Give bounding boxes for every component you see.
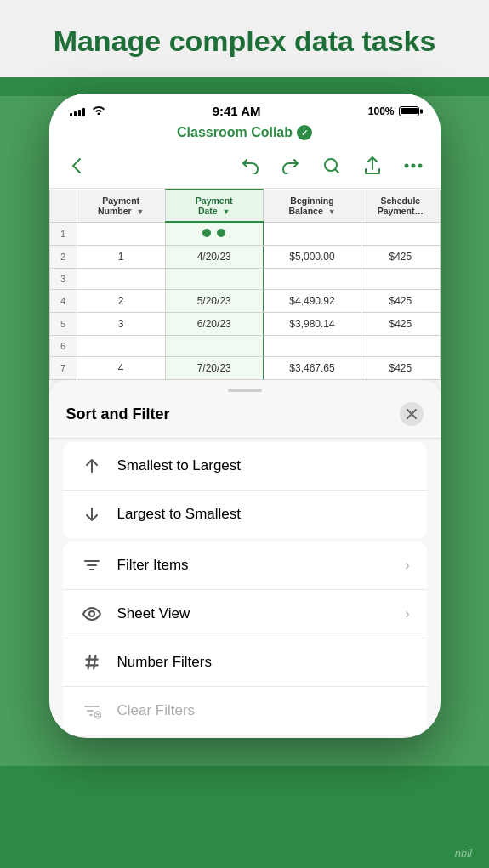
cell-4-scheduled-payment[interactable]: $425: [361, 290, 440, 313]
col-header-payment-date[interactable]: PaymentDate ▼: [165, 190, 263, 222]
collab-icon: ✓: [297, 125, 312, 140]
arrow-up-icon: [80, 454, 104, 478]
col-header-beginning-balance[interactable]: BeginningBalance ▼: [263, 190, 361, 222]
bottom-area: nbil: [0, 766, 489, 868]
sheet-header: Sort and Filter: [49, 402, 441, 439]
app-toolbar: Classroom Collab ✓: [49, 122, 441, 147]
cell-5-payment-number[interactable]: 3: [77, 313, 165, 336]
nav-toolbar[interactable]: [49, 147, 441, 189]
cell-5-payment-date[interactable]: 6/20/23: [165, 313, 263, 336]
signal-icon: [70, 106, 85, 116]
battery-percentage: 100%: [368, 105, 395, 117]
cell-2-payment-number[interactable]: 1: [77, 246, 165, 269]
number-filters-item[interactable]: Number Filters: [63, 638, 427, 687]
cell-6-payment-number[interactable]: [77, 336, 165, 357]
spreadsheet-table: PaymentNumber ▼ PaymentDate ▼ BeginningB…: [49, 189, 441, 380]
arrow-down-icon: [80, 502, 104, 526]
watermark: nbil: [455, 847, 472, 859]
share-button[interactable]: [359, 152, 386, 179]
clear-filters-label: Clear Filters: [117, 702, 410, 719]
row-num-5: 5: [49, 313, 77, 336]
status-time: 9:41 AM: [213, 104, 261, 118]
filter-items-chevron: ›: [405, 558, 409, 573]
cell-5-beginning-balance[interactable]: $3,980.14: [263, 313, 361, 336]
table-row: 7 4 7/20/23 $3,467.65 $425: [49, 357, 440, 380]
cell-5-scheduled-payment[interactable]: $425: [361, 313, 440, 336]
cell-7-payment-number[interactable]: 4: [77, 357, 165, 380]
nav-icons: [236, 152, 427, 179]
table-row: 3: [49, 269, 440, 290]
col-header-scheduled-payment[interactable]: SchedulePayment…: [361, 190, 440, 222]
clear-filter-icon: [80, 699, 104, 723]
col-header-row-num: [49, 190, 77, 222]
sheet-handle: [228, 389, 262, 392]
cell-4-payment-number[interactable]: 2: [77, 290, 165, 313]
row-num-2: 2: [49, 246, 77, 269]
svg-point-4: [89, 611, 94, 616]
cell-4-payment-date[interactable]: 5/20/23: [165, 290, 263, 313]
cell-2-scheduled-payment[interactable]: $425: [361, 246, 440, 269]
undo-button[interactable]: [236, 152, 264, 179]
largest-to-smallest-label: Largest to Smallest: [117, 506, 410, 523]
cell-3-payment-date[interactable]: [165, 269, 263, 290]
cell-1-payment-date[interactable]: [165, 222, 263, 246]
row-num-6: 6: [49, 336, 77, 357]
cell-1-beginning-balance[interactable]: [263, 222, 361, 246]
cell-7-beginning-balance[interactable]: $3,467.65: [263, 357, 361, 380]
promo-area: Manage complex data tasks: [0, 0, 489, 77]
phone-frame: 9:41 AM 100% Classroom Collab ✓: [49, 94, 441, 738]
cell-6-beginning-balance[interactable]: [263, 336, 361, 357]
sheet-view-item[interactable]: Sheet View ›: [63, 590, 427, 638]
promo-title: Manage complex data tasks: [26, 24, 463, 59]
cell-6-scheduled-payment[interactable]: [361, 336, 440, 357]
number-filters-label: Number Filters: [117, 654, 410, 671]
filter-lines-icon: [80, 553, 104, 577]
svg-point-3: [418, 164, 422, 168]
table-row: 1: [49, 222, 440, 246]
sort-filter-sheet: Sort and Filter Smallest to Largest: [49, 380, 441, 735]
table-row: 2 1 4/20/23 $5,000.00 $425: [49, 246, 440, 269]
search-button[interactable]: [318, 152, 345, 179]
cell-7-payment-date[interactable]: 7/20/23: [165, 357, 263, 380]
close-button[interactable]: [400, 402, 424, 426]
filter-items-label: Filter Items: [117, 557, 406, 574]
cell-6-payment-date[interactable]: [165, 336, 263, 357]
filter-items-item[interactable]: Filter Items ›: [63, 542, 427, 590]
col-filter-arrow-beginning-balance[interactable]: ▼: [328, 207, 336, 216]
cell-1-scheduled-payment[interactable]: [361, 222, 440, 246]
smallest-to-largest-label: Smallest to Largest: [117, 457, 410, 474]
row-num-7: 7: [49, 357, 77, 380]
cell-3-scheduled-payment[interactable]: [361, 269, 440, 290]
table-row: 5 3 6/20/23 $3,980.14 $425: [49, 313, 440, 336]
redo-button[interactable]: [277, 152, 304, 179]
sort-group: Smallest to Largest Largest to Smallest: [63, 442, 427, 538]
sheet-view-chevron: ›: [405, 606, 409, 621]
col-filter-arrow-payment-date[interactable]: ▼: [223, 207, 230, 216]
eye-icon: [80, 602, 104, 626]
selection-handle-right: [217, 229, 225, 237]
hash-icon: [80, 650, 104, 674]
table-row: 6: [49, 336, 440, 357]
cell-2-payment-date[interactable]: 4/20/23: [165, 246, 263, 269]
table-row: 4 2 5/20/23 $4,490.92 $425: [49, 290, 440, 313]
smallest-to-largest-item[interactable]: Smallest to Largest: [63, 442, 427, 491]
spreadsheet-area[interactable]: PaymentNumber ▼ PaymentDate ▼ BeginningB…: [49, 189, 441, 380]
battery-icon: [399, 106, 419, 116]
row-num-3: 3: [49, 269, 77, 290]
largest-to-smallest-item[interactable]: Largest to Smallest: [63, 491, 427, 538]
cell-1-payment-number[interactable]: [77, 222, 165, 246]
cell-3-beginning-balance[interactable]: [263, 269, 361, 290]
clear-filters-item[interactable]: Clear Filters: [63, 687, 427, 735]
col-filter-arrow-payment-number[interactable]: ▼: [137, 207, 145, 216]
filter-group: Filter Items › Sheet View ›: [63, 542, 427, 735]
cell-4-beginning-balance[interactable]: $4,490.92: [263, 290, 361, 313]
cell-2-beginning-balance[interactable]: $5,000.00: [263, 246, 361, 269]
sheet-view-label: Sheet View: [117, 605, 406, 622]
cell-7-scheduled-payment[interactable]: $425: [361, 357, 440, 380]
back-button[interactable]: [63, 152, 90, 179]
row-num-4: 4: [49, 290, 77, 313]
more-button[interactable]: [400, 152, 427, 179]
doc-title-text: Classroom Collab: [177, 125, 293, 140]
col-header-payment-number[interactable]: PaymentNumber ▼: [77, 190, 165, 222]
cell-3-payment-number[interactable]: [77, 269, 165, 290]
